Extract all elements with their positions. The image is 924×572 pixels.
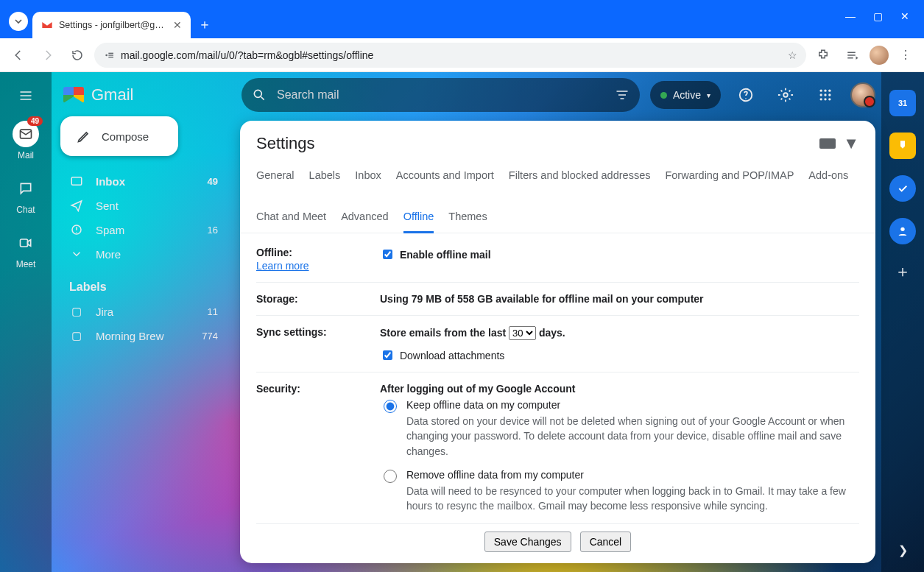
- rail-mail[interactable]: 49 Mail: [0, 116, 52, 165]
- settings-gear-icon[interactable]: [771, 80, 800, 110]
- search-options-icon[interactable]: [615, 88, 629, 102]
- tab-general[interactable]: General: [256, 163, 295, 190]
- storage-value: Using 79 MB of 558 GB available for offl…: [380, 293, 859, 305]
- search-input[interactable]: [275, 88, 606, 102]
- contacts-app-icon[interactable]: [889, 218, 916, 244]
- tab-filters[interactable]: Filters and blocked addresses: [509, 163, 651, 190]
- window-maximize-icon[interactable]: ▢: [873, 10, 883, 22]
- labels-header: Labels: [59, 266, 228, 300]
- radio-remove-desc: Data will need to be resynced to your co…: [406, 484, 859, 514]
- new-tab-button[interactable]: ＋: [198, 18, 211, 31]
- svg-rect-8: [21, 239, 28, 247]
- add-addon-icon[interactable]: ＋: [895, 261, 911, 283]
- search-icon[interactable]: [252, 88, 267, 102]
- keep-app-icon[interactable]: [889, 133, 916, 159]
- address-bar[interactable]: mail.google.com/mail/u/0/?tab=rm&ogbl#se…: [94, 43, 806, 68]
- sync-key: Sync settings:: [256, 326, 359, 361]
- sidebar-item-more[interactable]: More: [59, 242, 228, 266]
- collapse-side-panel-icon[interactable]: ❯: [898, 543, 908, 557]
- tab-offline[interactable]: Offline: [403, 205, 434, 233]
- extensions-icon[interactable]: [811, 43, 836, 68]
- media-control-icon[interactable]: [840, 43, 865, 68]
- status-chip[interactable]: Active ▾: [650, 81, 721, 109]
- settings-title-row: Settings ▼: [240, 121, 875, 163]
- settings-body[interactable]: Offline: Learn more Enable offline mail …: [240, 233, 875, 563]
- svg-point-0: [105, 54, 107, 56]
- sync-prefix: Store emails from the last: [380, 327, 506, 339]
- account-avatar[interactable]: [850, 82, 875, 107]
- radio-keep[interactable]: [384, 400, 397, 413]
- svg-rect-6: [847, 57, 853, 59]
- enable-offline-row[interactable]: Enable offline mail: [380, 249, 491, 261]
- profile-avatar-icon[interactable]: [870, 46, 889, 65]
- tab-labels[interactable]: Labels: [309, 163, 341, 190]
- radio-remove[interactable]: [384, 470, 397, 483]
- tab-addons[interactable]: Add-ons: [808, 163, 848, 190]
- sidebar-nav: Inbox 49 Sent Spam 16 More: [59, 169, 228, 266]
- gmail-wordmark: Gmail: [91, 85, 133, 105]
- close-tab-icon[interactable]: ✕: [172, 18, 183, 32]
- sidebar-label-item[interactable]: ▢ Jira 11: [59, 300, 228, 323]
- tasks-app-icon[interactable]: [889, 175, 916, 202]
- sidebar-item-sent[interactable]: Sent: [59, 194, 228, 217]
- radio-remove-row[interactable]: Remove offline data from my computer Dat…: [380, 469, 859, 514]
- rail-chat[interactable]: Chat: [0, 171, 52, 219]
- inbox-icon: [69, 174, 84, 188]
- rail-meet[interactable]: Meet: [0, 225, 52, 274]
- browser-tab[interactable]: Settings - jonfgilbert@gmail.co ✕: [32, 12, 191, 38]
- tab-chat-meet[interactable]: Chat and Meet: [256, 205, 326, 233]
- mail-badge: 49: [27, 116, 43, 126]
- radio-keep-row[interactable]: Keep offline data on my computer Data st…: [380, 399, 859, 459]
- search-bar[interactable]: [241, 78, 640, 112]
- chevron-down-icon: [69, 247, 84, 261]
- nav-reload-button[interactable]: [65, 43, 90, 68]
- gmail-logo[interactable]: Gmail: [59, 82, 228, 116]
- settings-tabs: General Labels Inbox Accounts and Import…: [240, 163, 875, 233]
- tab-themes[interactable]: Themes: [448, 205, 487, 233]
- window-minimize-icon[interactable]: —: [845, 10, 856, 22]
- sidebar-label-item[interactable]: ▢ Morning Brew 774: [59, 324, 228, 347]
- browser-tab-title: Settings - jonfgilbert@gmail.co: [59, 20, 166, 30]
- sidebar-item-count: 774: [202, 331, 218, 342]
- chevron-down-icon: ▾: [707, 91, 710, 99]
- svg-point-13: [783, 93, 788, 97]
- site-info-icon[interactable]: [103, 49, 115, 61]
- compose-button[interactable]: Compose: [60, 116, 178, 156]
- google-apps-icon[interactable]: [811, 80, 840, 110]
- tab-advanced[interactable]: Advanced: [341, 205, 389, 233]
- nav-back-button[interactable]: [6, 43, 31, 68]
- tab-inbox[interactable]: Inbox: [355, 163, 381, 190]
- download-attachments-row[interactable]: Download attachments: [380, 350, 504, 361]
- svg-point-11: [254, 90, 261, 97]
- enable-offline-checkbox[interactable]: [383, 250, 392, 259]
- support-icon[interactable]: [731, 80, 761, 110]
- radio-keep-title: Keep offline data on my computer: [406, 399, 859, 411]
- bookmark-star-icon[interactable]: ☆: [788, 49, 797, 61]
- search-tabs-button[interactable]: [9, 12, 28, 31]
- status-label: Active: [673, 89, 701, 101]
- main-menu-button[interactable]: [11, 81, 40, 110]
- save-button[interactable]: Save Changes: [484, 532, 571, 552]
- learn-more-link[interactable]: Learn more: [256, 260, 359, 272]
- cancel-button[interactable]: Cancel: [580, 532, 632, 552]
- sidebar-item-count: 49: [208, 176, 218, 187]
- browser-menu-icon[interactable]: ⋮: [893, 43, 918, 68]
- download-attachments-checkbox[interactable]: [383, 350, 392, 360]
- input-tools-icon[interactable]: ▼: [819, 134, 859, 153]
- svg-point-19: [828, 93, 830, 96]
- sent-icon: [69, 199, 84, 212]
- sync-days-select[interactable]: 30: [509, 326, 536, 340]
- sidebar-item-spam[interactable]: Spam 16: [59, 218, 228, 241]
- svg-rect-5: [847, 54, 856, 56]
- sidebar-item-inbox[interactable]: Inbox 49: [59, 169, 228, 193]
- calendar-app-icon[interactable]: 31: [889, 90, 916, 116]
- sidebar-item-count: 16: [208, 225, 218, 236]
- sync-suffix: days.: [539, 327, 565, 339]
- nav-forward-button[interactable]: [35, 43, 60, 68]
- storage-key: Storage:: [256, 293, 359, 305]
- window-close-icon[interactable]: ✕: [900, 10, 909, 22]
- tab-accounts[interactable]: Accounts and Import: [396, 163, 494, 190]
- tab-forwarding[interactable]: Forwarding and POP/IMAP: [665, 163, 794, 190]
- browser-toolbar: mail.google.com/mail/u/0/?tab=rm&ogbl#se…: [0, 38, 924, 72]
- svg-point-21: [824, 98, 826, 100]
